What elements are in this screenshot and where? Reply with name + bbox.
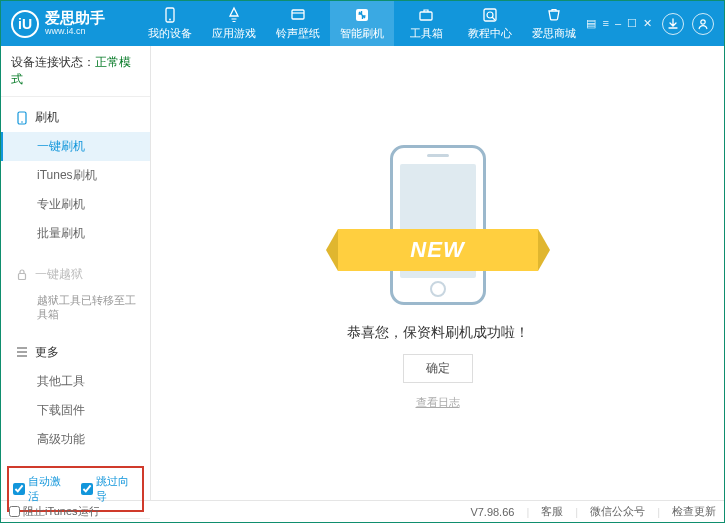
- nav-icon: [161, 6, 179, 24]
- status-label: 设备连接状态：: [11, 55, 95, 69]
- nav-icon: [225, 6, 243, 24]
- account-button[interactable]: [692, 13, 714, 35]
- title-bar: iU 爱思助手 www.i4.cn 我的设备应用游戏铃声壁纸智能刷机工具箱教程中…: [1, 1, 724, 46]
- section-more-title: 更多: [35, 344, 59, 361]
- nav-icon: [481, 6, 499, 24]
- connection-status: 设备连接状态：正常模式: [1, 46, 150, 97]
- svg-point-9: [21, 121, 23, 123]
- lock-icon: [15, 268, 29, 282]
- nav-icon: [289, 6, 307, 24]
- svg-rect-4: [420, 12, 432, 20]
- download-icon: [667, 18, 679, 30]
- window-controls: ▤ ≡ – ☐ ✕: [586, 17, 652, 30]
- user-icon: [697, 18, 709, 30]
- skip-guide-checkbox[interactable]: 跳过向导: [81, 474, 139, 504]
- nav-item-3[interactable]: 智能刷机: [330, 1, 394, 46]
- ok-button[interactable]: 确定: [403, 354, 473, 383]
- section-jailbreak-title: 一键越狱: [35, 266, 83, 283]
- success-message: 恭喜您，保资料刷机成功啦！: [347, 324, 529, 342]
- new-ribbon: NEW: [338, 229, 538, 271]
- nav-item-0[interactable]: 我的设备: [138, 1, 202, 46]
- nav-icon: [417, 6, 435, 24]
- app-title: 爱思助手: [45, 10, 105, 27]
- nav-icon: [353, 6, 371, 24]
- close-icon[interactable]: ✕: [643, 17, 652, 30]
- svg-rect-10: [19, 274, 26, 280]
- nav-item-6[interactable]: 爱思商城: [522, 1, 586, 46]
- main-nav: 我的设备应用游戏铃声壁纸智能刷机工具箱教程中心爱思商城: [138, 1, 586, 46]
- view-log-link[interactable]: 查看日志: [416, 395, 460, 410]
- block-itunes-checkbox[interactable]: 阻止iTunes运行: [9, 504, 100, 519]
- phone-icon: [15, 111, 29, 125]
- sidebar-flash-item-2[interactable]: 专业刷机: [1, 190, 150, 219]
- success-illustration: NEW: [338, 137, 538, 312]
- wechat-link[interactable]: 微信公众号: [590, 504, 645, 519]
- nav-icon: [545, 6, 563, 24]
- maximize-icon[interactable]: ☐: [627, 17, 637, 30]
- nav-item-4[interactable]: 工具箱: [394, 1, 458, 46]
- sidebar-more-item-2[interactable]: 高级功能: [1, 425, 150, 454]
- sidebar-more-item-0[interactable]: 其他工具: [1, 367, 150, 396]
- svg-rect-2: [292, 10, 304, 19]
- support-link[interactable]: 客服: [541, 504, 563, 519]
- section-flash-header[interactable]: 刷机: [1, 103, 150, 132]
- list-icon: [15, 345, 29, 359]
- main-content: NEW 恭喜您，保资料刷机成功啦！ 确定 查看日志: [151, 46, 724, 500]
- section-more-header[interactable]: 更多: [1, 338, 150, 367]
- check-update-link[interactable]: 检查更新: [672, 504, 716, 519]
- app-subtitle: www.i4.cn: [45, 27, 105, 37]
- sidebar-flash-item-0[interactable]: 一键刷机: [1, 132, 150, 161]
- app-logo-icon: iU: [11, 10, 39, 38]
- download-button[interactable]: [662, 13, 684, 35]
- sidebar-flash-item-1[interactable]: iTunes刷机: [1, 161, 150, 190]
- minimize-icon[interactable]: –: [615, 17, 621, 30]
- settings-icon[interactable]: ≡: [602, 17, 608, 30]
- jailbreak-note: 越狱工具已转移至工具箱: [1, 289, 150, 326]
- sidebar: 设备连接状态：正常模式 刷机 一键刷机iTunes刷机专业刷机批量刷机 一键越狱…: [1, 46, 151, 500]
- auto-activate-checkbox[interactable]: 自动激活: [13, 474, 71, 504]
- nav-item-5[interactable]: 教程中心: [458, 1, 522, 46]
- logo-area: iU 爱思助手 www.i4.cn: [1, 10, 138, 38]
- nav-item-2[interactable]: 铃声壁纸: [266, 1, 330, 46]
- svg-point-1: [170, 19, 172, 21]
- nav-item-1[interactable]: 应用游戏: [202, 1, 266, 46]
- sidebar-more-item-1[interactable]: 下载固件: [1, 396, 150, 425]
- section-flash-title: 刷机: [35, 109, 59, 126]
- section-jailbreak-header[interactable]: 一键越狱: [1, 260, 150, 289]
- svg-point-7: [701, 19, 705, 23]
- sidebar-flash-item-3[interactable]: 批量刷机: [1, 219, 150, 248]
- version-label: V7.98.66: [470, 506, 514, 518]
- menu-icon[interactable]: ▤: [586, 17, 596, 30]
